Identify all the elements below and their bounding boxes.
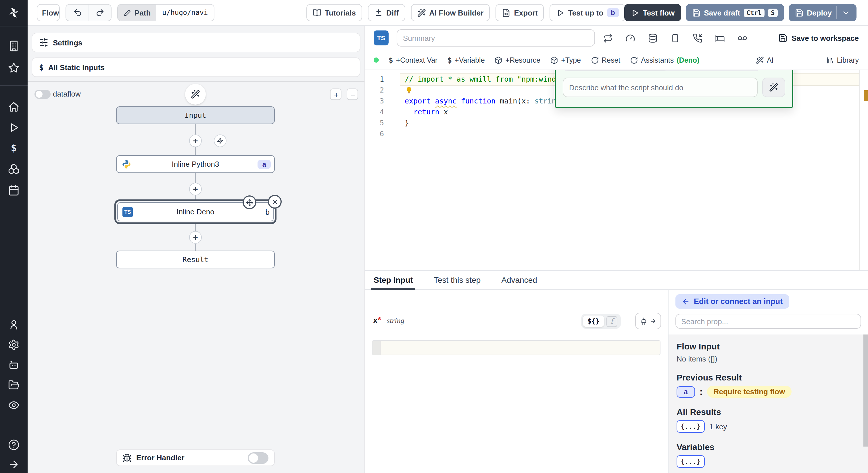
ai-button[interactable]: AI xyxy=(756,56,774,64)
wand-icon xyxy=(769,83,778,92)
result-key-badge[interactable]: a xyxy=(677,386,695,398)
tab-advanced[interactable]: Advanced xyxy=(501,271,537,289)
lightbulb-icon[interactable] xyxy=(405,86,413,95)
code-token: x xyxy=(439,107,448,116)
save-to-workspace-label: Save to workspace xyxy=(792,34,859,42)
require-testing-chip: Require testing flow xyxy=(707,386,791,398)
sidebar-item-folders[interactable] xyxy=(8,379,20,391)
expression-mode-option[interactable]: ${} xyxy=(583,316,604,327)
connect-input-button[interactable] xyxy=(635,313,661,329)
save-draft-button[interactable]: Save draftCtrlS xyxy=(685,4,784,21)
ai-wand-button[interactable] xyxy=(185,84,206,104)
sidebar-item-variables[interactable]: $ xyxy=(8,142,20,153)
braces-badge[interactable]: {...} xyxy=(677,420,705,433)
flow-settings-button[interactable]: Settings xyxy=(32,33,361,52)
tab-test-this-step[interactable]: Test this step xyxy=(434,271,480,289)
mock-icon[interactable] xyxy=(670,33,680,43)
flow-node-result[interactable]: Result xyxy=(116,251,275,269)
flow-node-python[interactable]: Inline Python3 a xyxy=(116,155,275,173)
delete-step-button[interactable] xyxy=(268,195,282,209)
sidebar-item-workspace[interactable] xyxy=(8,40,20,52)
sidebar-item-resources[interactable] xyxy=(8,163,20,175)
test-flow-label: Test flow xyxy=(643,8,675,17)
dataflow-toggle[interactable] xyxy=(34,90,51,99)
input-mode-toggle[interactable]: ${} f xyxy=(581,314,621,329)
search-prop-input[interactable] xyxy=(676,314,861,329)
trigger-button[interactable] xyxy=(214,134,226,147)
dollar-icon: $ xyxy=(389,56,393,64)
zoom-in-button[interactable]: + xyxy=(330,89,341,100)
zoom-out-button[interactable]: − xyxy=(347,89,358,100)
sidebar: $ xyxy=(0,0,28,473)
braces-badge[interactable]: {...} xyxy=(677,455,705,468)
ai-prompt-input[interactable] xyxy=(563,77,757,97)
sidebar-item-users[interactable] xyxy=(8,319,20,330)
sidebar-item-settings[interactable] xyxy=(8,339,20,351)
library-button[interactable]: Library xyxy=(826,56,859,64)
function-mode-option[interactable]: f xyxy=(607,316,617,327)
early-stop-icon[interactable] xyxy=(625,33,635,43)
ai-generate-button[interactable] xyxy=(762,77,785,97)
add-type-button[interactable]: +Type xyxy=(550,56,581,64)
line-number: 6 xyxy=(365,128,394,139)
sidebar-item-favorites[interactable] xyxy=(8,62,20,73)
flow-node-input[interactable]: Input xyxy=(116,106,275,124)
error-handler-toggle[interactable] xyxy=(248,452,269,464)
diff-button[interactable]: Diff xyxy=(368,4,405,21)
suspend-icon[interactable] xyxy=(693,33,703,43)
test-up-to-button[interactable]: Test up tob xyxy=(550,4,625,21)
cache-icon[interactable] xyxy=(648,33,658,43)
field-value-input[interactable] xyxy=(372,340,660,355)
sidebar-item-workers[interactable] xyxy=(8,359,20,371)
path-value[interactable]: u/hugo/navi xyxy=(156,5,214,21)
plug-icon xyxy=(640,317,648,325)
insert-step-button[interactable]: + xyxy=(189,134,202,147)
move-step-button[interactable] xyxy=(243,195,256,209)
path-edit-button[interactable]: Path xyxy=(118,5,156,21)
add-variable-button[interactable]: $+Variable xyxy=(447,56,485,64)
sidebar-item-help[interactable] xyxy=(8,439,20,450)
flow-input-heading: Flow Input xyxy=(677,341,860,351)
save-icon xyxy=(692,8,701,17)
test-flow-button[interactable]: Test flow xyxy=(625,4,681,21)
move-icon xyxy=(246,198,253,206)
redo-button[interactable] xyxy=(89,5,111,21)
windmill-logo-icon[interactable] xyxy=(7,6,21,20)
deploy-button[interactable]: Deploy xyxy=(788,4,857,21)
all-static-inputs-button[interactable]: $ All Static Inputs xyxy=(32,58,361,77)
sidebar-item-schedules[interactable] xyxy=(8,185,20,196)
add-context-var-button[interactable]: $+Context Var xyxy=(389,56,437,64)
error-handler-row[interactable]: Error Handler xyxy=(116,449,275,466)
add-resource-button[interactable]: +Resource xyxy=(495,56,540,64)
summary-input[interactable] xyxy=(397,29,595,46)
ai-flow-builder-button[interactable]: AI Flow Builder xyxy=(411,4,490,21)
scrollbar-thumb[interactable] xyxy=(863,335,868,447)
chevron-down-icon[interactable] xyxy=(842,8,850,17)
code-editor[interactable]: 123456 // import * as wmill from "npm:wi… xyxy=(365,70,868,270)
flow-menu-button[interactable]: Flow xyxy=(37,4,60,21)
save-to-workspace-button[interactable]: Save to workspace xyxy=(778,33,859,42)
assistants-button[interactable]: Assistants(Deno) xyxy=(630,56,699,64)
insert-step-button[interactable]: + xyxy=(189,183,202,195)
sidebar-expand-button[interactable] xyxy=(8,459,20,470)
sidebar-item-home[interactable] xyxy=(8,101,20,113)
sleep-icon[interactable] xyxy=(715,33,725,43)
retries-icon[interactable] xyxy=(603,33,613,43)
undo-button[interactable] xyxy=(66,5,89,21)
tab-step-input[interactable]: Step Input xyxy=(374,271,413,289)
edit-or-connect-button[interactable]: Edit or connect an input xyxy=(676,294,789,309)
sidebar-item-audit-logs[interactable] xyxy=(8,400,20,411)
plus-icon: + xyxy=(193,185,198,193)
dollar-icon: $ xyxy=(39,63,44,71)
variables-heading: Variables xyxy=(677,442,860,452)
code-token xyxy=(431,97,435,105)
insert-step-button[interactable]: + xyxy=(189,231,202,244)
sidebar-item-runs[interactable] xyxy=(8,122,20,133)
reset-button[interactable]: Reset xyxy=(591,56,620,64)
code-token: async xyxy=(435,97,457,105)
close-icon xyxy=(271,198,279,206)
tutorials-button[interactable]: Tutorials xyxy=(306,4,362,21)
export-button[interactable]: Export xyxy=(496,4,544,21)
concurrency-icon[interactable] xyxy=(738,33,747,43)
library-icon xyxy=(826,56,834,64)
